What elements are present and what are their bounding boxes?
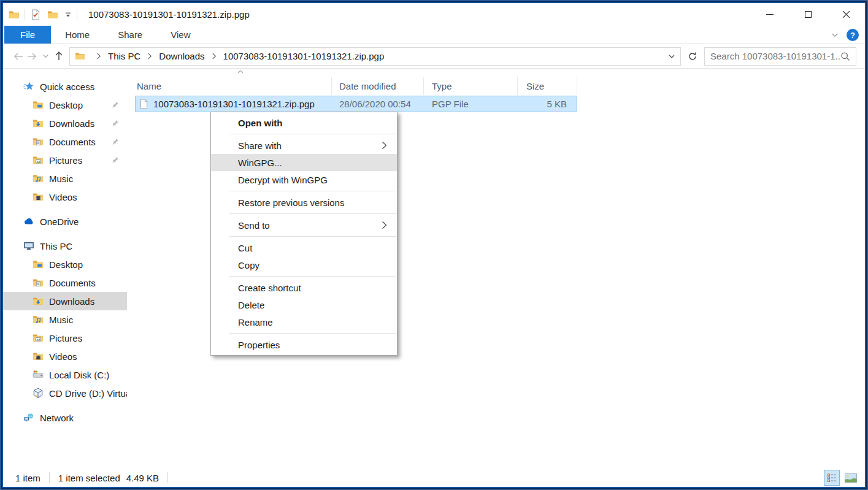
forward-arrow-icon [26,52,37,61]
breadcrumb-file[interactable]: 10073083-10191301-10191321.zip.pgp [222,50,386,63]
menu-item-decrypt-with-wingpg[interactable]: Decrypt with WinGPG [211,171,397,188]
network-icon [23,412,34,423]
sidebar-label: Downloads [49,118,94,129]
thumbnail-view-icon [845,473,857,483]
sidebar-item-cd-drive-d[interactable]: CD Drive (D:) Virtua [3,384,127,402]
maximize-button[interactable] [789,3,827,26]
breadcrumb-chevron-icon [147,53,152,59]
sidebar-item-music-qa[interactable]: Music [3,169,127,188]
address-dropdown-button[interactable] [668,53,675,60]
sidebar-item-downloads[interactable]: Downloads [3,292,127,310]
close-button[interactable] [827,3,865,26]
sidebar-item-desktop[interactable]: Desktop [3,255,127,274]
tab-view[interactable]: View [156,26,204,44]
folder-music-icon [33,314,44,325]
sidebar-item-downloads-qa[interactable]: Downloads [3,114,127,132]
sidebar-item-music[interactable]: Music [3,310,127,329]
menu-item-open-with[interactable]: Open with [211,114,397,131]
sidebar-item-local-disk-c[interactable]: Local Disk (C:) [3,366,127,384]
menu-item-share-with[interactable]: Share with [211,137,397,154]
help-button[interactable]: ? [847,29,859,41]
sidebar-item-onedrive[interactable]: OneDrive [3,212,127,231]
sidebar-item-desktop-qa[interactable]: Desktop [3,96,127,114]
location-folder-icon [75,51,85,61]
sort-ascending-icon [237,69,244,74]
sidebar-item-documents[interactable]: Documents [3,274,127,292]
title-bar: 10073083-10191301-10191321.zip.pgp [3,3,865,26]
tab-home[interactable]: Home [51,26,104,44]
menu-item-restore-previous-versions[interactable]: Restore previous versions [211,194,397,211]
submenu-chevron-icon [382,221,387,229]
sidebar-item-quick-access[interactable]: Quick access [3,77,127,96]
folder-downloads-icon [33,296,44,307]
search-icon[interactable] [840,52,850,61]
minimize-button[interactable] [751,3,789,26]
maximize-icon [805,11,812,18]
sidebar-gap [3,402,127,408]
breadcrumb-downloads[interactable]: Downloads [158,50,205,63]
menu-item-send-to[interactable]: Send to [211,216,397,234]
sidebar-item-this-pc[interactable]: This PC [3,237,127,255]
onedrive-cloud-icon [23,216,34,227]
up-button[interactable] [52,48,66,64]
breadcrumb-this-pc[interactable]: This PC [107,50,142,63]
navigation-bar: This PC Downloads 10073083-10191301-1019… [3,44,865,69]
refresh-button[interactable] [681,47,704,66]
ribbon-tabs: File Home Share View ? [3,26,865,44]
local-disk-icon [33,369,44,380]
column-header-date-modified[interactable]: Date modified [332,77,424,95]
breadcrumb-chevron-icon [212,53,217,59]
menu-item-rename[interactable]: Rename [211,313,397,331]
sidebar-label: Desktop [49,259,83,270]
recent-locations-button[interactable] [39,48,52,64]
sidebar-label: Network [40,413,74,423]
window-title: 10073083-10191301-10191321.zip.pgp [88,9,250,20]
menu-item-cut[interactable]: Cut [211,239,397,256]
large-icons-view-button[interactable] [843,470,859,486]
tab-share[interactable]: Share [104,26,156,44]
breadcrumb-chevron-icon [96,53,101,59]
details-view-button[interactable] [824,470,840,486]
submenu-chevron-icon [382,141,387,150]
address-bar[interactable]: This PC Downloads 10073083-10191301-1019… [69,47,681,66]
sidebar-item-documents-qa[interactable]: Documents [3,132,127,151]
sidebar-item-videos[interactable]: Videos [3,347,127,366]
menu-item-wingpg[interactable]: WinGPG... [211,154,397,171]
menu-item-copy[interactable]: Copy [211,256,397,274]
folder-desktop-icon [33,99,44,110]
details-view-icon [827,473,837,483]
properties-check-icon[interactable] [30,9,41,20]
app-folder-icon [9,9,20,20]
column-header-size[interactable]: Size [518,77,577,95]
context-menu: Open with Share with WinGPG... Decrypt w… [210,112,398,356]
search-box [704,47,856,66]
qat-dropdown-icon[interactable] [64,11,72,18]
pin-icon [111,137,120,146]
quick-access-star-icon [23,81,34,92]
sidebar-item-network[interactable]: Network [3,408,127,427]
menu-item-create-shortcut[interactable]: Create shortcut [211,279,397,296]
file-date-modified: 28/06/2020 00:54 [332,99,424,109]
separator [77,9,77,20]
column-header-type[interactable]: Type [424,77,518,95]
pin-icon [111,101,120,109]
computer-icon [23,240,34,251]
sidebar-label: OneDrive [40,216,79,227]
column-header-name[interactable]: Name [135,77,332,95]
tab-file[interactable]: File [4,26,51,44]
sidebar-item-videos-qa[interactable]: Videos [3,188,127,206]
folder-videos-icon [33,191,44,202]
expand-ribbon-chevron-icon[interactable] [831,31,839,39]
sidebar-item-pictures[interactable]: Pictures [3,329,127,347]
file-row[interactable]: 10073083-10191301-10191321.zip.pgp 28/06… [135,96,577,112]
new-folder-icon[interactable] [47,9,58,20]
folder-pictures-icon [33,155,44,166]
forward-button[interactable] [25,48,39,64]
search-input[interactable] [710,51,840,61]
back-button[interactable] [12,48,25,64]
file-type: PGP File [424,99,518,109]
file-icon [139,99,148,109]
menu-item-delete[interactable]: Delete [211,296,397,313]
menu-item-properties[interactable]: Properties [211,336,397,353]
sidebar-item-pictures-qa[interactable]: Pictures [3,151,127,169]
